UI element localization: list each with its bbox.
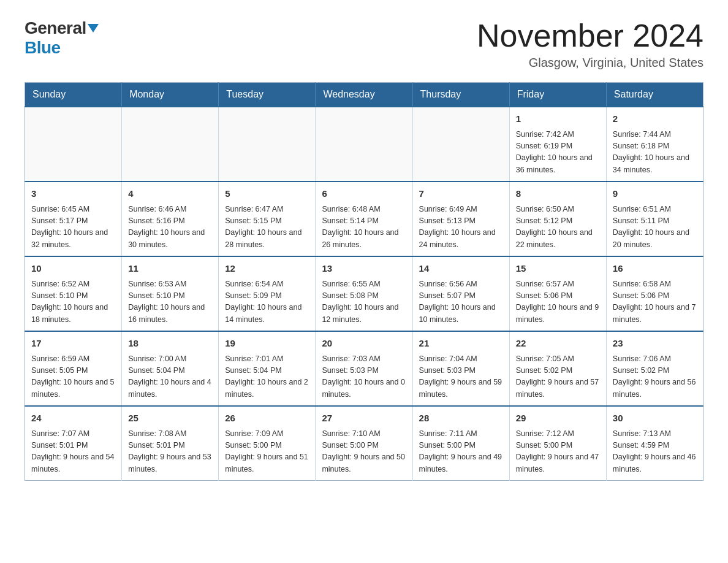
calendar-cell: 6Sunrise: 6:48 AM Sunset: 5:14 PM Daylig… xyxy=(316,182,412,256)
calendar-cell: 11Sunrise: 6:53 AM Sunset: 5:10 PM Dayli… xyxy=(122,256,219,331)
day-info: Sunrise: 7:13 AM Sunset: 4:59 PM Dayligh… xyxy=(613,428,697,476)
calendar-week-3: 10Sunrise: 6:52 AM Sunset: 5:10 PM Dayli… xyxy=(25,256,703,331)
day-number: 12 xyxy=(225,262,309,276)
day-number: 11 xyxy=(128,262,212,276)
day-info: Sunrise: 6:55 AM Sunset: 5:08 PM Dayligh… xyxy=(322,278,406,326)
day-number: 4 xyxy=(128,187,212,201)
calendar-header-row: SundayMondayTuesdayWednesdayThursdayFrid… xyxy=(25,83,703,107)
day-info: Sunrise: 7:00 AM Sunset: 5:04 PM Dayligh… xyxy=(128,353,212,401)
day-info: Sunrise: 7:03 AM Sunset: 5:03 PM Dayligh… xyxy=(322,353,406,401)
calendar-cell: 26Sunrise: 7:09 AM Sunset: 5:00 PM Dayli… xyxy=(219,406,316,481)
day-number: 15 xyxy=(516,262,600,276)
calendar-cell xyxy=(219,107,316,182)
day-info: Sunrise: 6:49 AM Sunset: 5:13 PM Dayligh… xyxy=(419,204,503,251)
calendar-cell xyxy=(25,107,122,182)
day-number: 6 xyxy=(322,187,406,201)
logo-blue: Blue xyxy=(25,38,61,58)
day-info: Sunrise: 7:06 AM Sunset: 5:02 PM Dayligh… xyxy=(613,353,697,401)
day-number: 7 xyxy=(419,187,503,201)
day-info: Sunrise: 6:50 AM Sunset: 5:12 PM Dayligh… xyxy=(516,204,600,251)
day-number: 2 xyxy=(613,112,697,126)
day-number: 23 xyxy=(613,337,697,351)
day-number: 5 xyxy=(225,187,309,201)
day-number: 24 xyxy=(31,412,115,426)
day-number: 26 xyxy=(225,412,309,426)
day-number: 8 xyxy=(516,187,600,201)
day-info: Sunrise: 6:59 AM Sunset: 5:05 PM Dayligh… xyxy=(31,353,115,401)
day-number: 14 xyxy=(419,262,503,276)
day-number: 19 xyxy=(225,337,309,351)
calendar-table: SundayMondayTuesdayWednesdayThursdayFrid… xyxy=(25,82,703,481)
calendar-cell: 10Sunrise: 6:52 AM Sunset: 5:10 PM Dayli… xyxy=(25,256,122,331)
calendar-cell: 9Sunrise: 6:51 AM Sunset: 5:11 PM Daylig… xyxy=(606,182,703,256)
calendar-cell: 2Sunrise: 7:44 AM Sunset: 6:18 PM Daylig… xyxy=(606,107,703,182)
day-info: Sunrise: 6:52 AM Sunset: 5:10 PM Dayligh… xyxy=(31,278,115,326)
day-info: Sunrise: 7:42 AM Sunset: 6:19 PM Dayligh… xyxy=(516,129,600,177)
day-number: 1 xyxy=(516,112,600,126)
calendar-cell: 18Sunrise: 7:00 AM Sunset: 5:04 PM Dayli… xyxy=(122,331,219,406)
day-number: 28 xyxy=(419,412,503,426)
day-info: Sunrise: 6:57 AM Sunset: 5:06 PM Dayligh… xyxy=(516,278,600,326)
calendar-cell: 5Sunrise: 6:47 AM Sunset: 5:15 PM Daylig… xyxy=(219,182,316,256)
day-header-thursday: Thursday xyxy=(412,83,509,107)
day-info: Sunrise: 7:05 AM Sunset: 5:02 PM Dayligh… xyxy=(516,353,600,401)
calendar-cell: 30Sunrise: 7:13 AM Sunset: 4:59 PM Dayli… xyxy=(606,406,703,481)
calendar-cell: 14Sunrise: 6:56 AM Sunset: 5:07 PM Dayli… xyxy=(412,256,509,331)
day-info: Sunrise: 6:47 AM Sunset: 5:15 PM Dayligh… xyxy=(225,204,309,251)
calendar-cell xyxy=(412,107,509,182)
calendar-week-2: 3Sunrise: 6:45 AM Sunset: 5:17 PM Daylig… xyxy=(25,182,703,256)
day-number: 13 xyxy=(322,262,406,276)
calendar-cell: 3Sunrise: 6:45 AM Sunset: 5:17 PM Daylig… xyxy=(25,182,122,256)
day-info: Sunrise: 6:54 AM Sunset: 5:09 PM Dayligh… xyxy=(225,278,309,326)
logo: General Blue xyxy=(25,18,99,58)
day-number: 9 xyxy=(613,187,697,201)
day-info: Sunrise: 7:07 AM Sunset: 5:01 PM Dayligh… xyxy=(31,428,115,476)
calendar-cell: 27Sunrise: 7:10 AM Sunset: 5:00 PM Dayli… xyxy=(316,406,412,481)
day-info: Sunrise: 7:10 AM Sunset: 5:00 PM Dayligh… xyxy=(322,428,406,476)
calendar-cell: 20Sunrise: 7:03 AM Sunset: 5:03 PM Dayli… xyxy=(316,331,412,406)
day-number: 3 xyxy=(31,187,115,201)
calendar-cell: 15Sunrise: 6:57 AM Sunset: 5:06 PM Dayli… xyxy=(509,256,606,331)
day-header-wednesday: Wednesday xyxy=(316,83,412,107)
day-number: 21 xyxy=(419,337,503,351)
calendar-cell: 7Sunrise: 6:49 AM Sunset: 5:13 PM Daylig… xyxy=(412,182,509,256)
day-number: 29 xyxy=(516,412,600,426)
calendar-week-4: 17Sunrise: 6:59 AM Sunset: 5:05 PM Dayli… xyxy=(25,331,703,406)
day-number: 20 xyxy=(322,337,406,351)
day-info: Sunrise: 7:08 AM Sunset: 5:01 PM Dayligh… xyxy=(128,428,212,476)
day-header-tuesday: Tuesday xyxy=(219,83,316,107)
calendar-week-5: 24Sunrise: 7:07 AM Sunset: 5:01 PM Dayli… xyxy=(25,406,703,481)
day-info: Sunrise: 7:04 AM Sunset: 5:03 PM Dayligh… xyxy=(419,353,503,401)
day-info: Sunrise: 7:44 AM Sunset: 6:18 PM Dayligh… xyxy=(613,129,697,177)
day-info: Sunrise: 6:45 AM Sunset: 5:17 PM Dayligh… xyxy=(31,204,115,251)
calendar-cell: 22Sunrise: 7:05 AM Sunset: 5:02 PM Dayli… xyxy=(509,331,606,406)
calendar-cell: 17Sunrise: 6:59 AM Sunset: 5:05 PM Dayli… xyxy=(25,331,122,406)
calendar-cell xyxy=(122,107,219,182)
day-number: 16 xyxy=(613,262,697,276)
day-info: Sunrise: 7:01 AM Sunset: 5:04 PM Dayligh… xyxy=(225,353,309,401)
calendar-cell: 29Sunrise: 7:12 AM Sunset: 5:00 PM Dayli… xyxy=(509,406,606,481)
calendar-cell: 8Sunrise: 6:50 AM Sunset: 5:12 PM Daylig… xyxy=(509,182,606,256)
calendar-subtitle: Glasgow, Virginia, United States xyxy=(477,56,703,70)
day-info: Sunrise: 6:56 AM Sunset: 5:07 PM Dayligh… xyxy=(419,278,503,326)
calendar-title: November 2024 xyxy=(477,18,703,53)
calendar-cell: 1Sunrise: 7:42 AM Sunset: 6:19 PM Daylig… xyxy=(509,107,606,182)
day-info: Sunrise: 6:48 AM Sunset: 5:14 PM Dayligh… xyxy=(322,204,406,251)
calendar-cell: 25Sunrise: 7:08 AM Sunset: 5:01 PM Dayli… xyxy=(122,406,219,481)
calendar-week-1: 1Sunrise: 7:42 AM Sunset: 6:19 PM Daylig… xyxy=(25,107,703,182)
day-info: Sunrise: 6:58 AM Sunset: 5:06 PM Dayligh… xyxy=(613,278,697,326)
day-number: 10 xyxy=(31,262,115,276)
calendar-cell: 28Sunrise: 7:11 AM Sunset: 5:00 PM Dayli… xyxy=(412,406,509,481)
day-number: 22 xyxy=(516,337,600,351)
day-header-friday: Friday xyxy=(509,83,606,107)
calendar-cell: 19Sunrise: 7:01 AM Sunset: 5:04 PM Dayli… xyxy=(219,331,316,406)
calendar-cell xyxy=(316,107,412,182)
logo-general: General xyxy=(25,18,86,38)
calendar-cell: 12Sunrise: 6:54 AM Sunset: 5:09 PM Dayli… xyxy=(219,256,316,331)
calendar-cell: 24Sunrise: 7:07 AM Sunset: 5:01 PM Dayli… xyxy=(25,406,122,481)
calendar-cell: 23Sunrise: 7:06 AM Sunset: 5:02 PM Dayli… xyxy=(606,331,703,406)
title-block: November 2024 Glasgow, Virginia, United … xyxy=(477,18,703,70)
day-header-sunday: Sunday xyxy=(25,83,122,107)
calendar-cell: 13Sunrise: 6:55 AM Sunset: 5:08 PM Dayli… xyxy=(316,256,412,331)
logo-triangle-icon xyxy=(88,24,99,33)
